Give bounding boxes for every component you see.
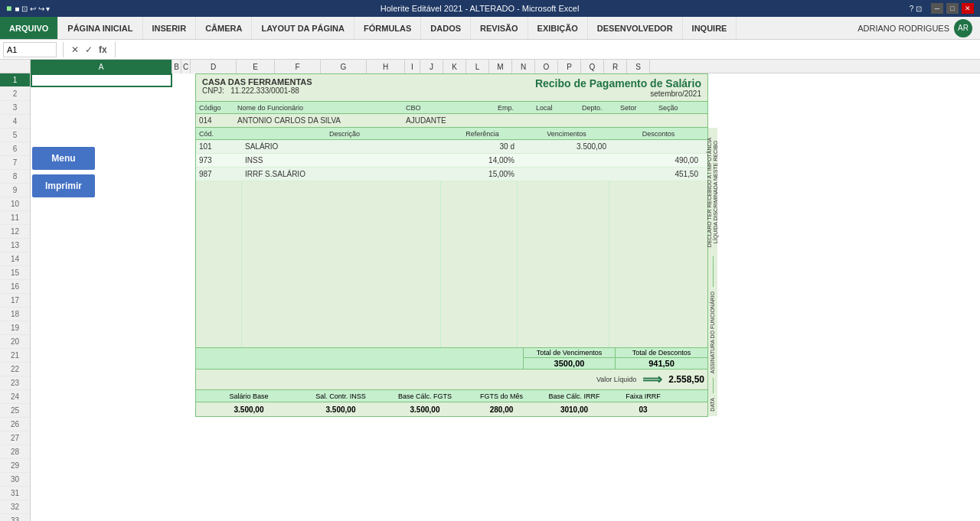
row-19[interactable]: 19 <box>0 321 30 335</box>
minimize-button[interactable]: ─ <box>931 3 943 14</box>
col-header-e[interactable]: E <box>237 60 275 73</box>
row-24[interactable]: 24 <box>0 390 30 404</box>
total-desc-label: Total de Descontos <box>616 348 707 358</box>
row-9[interactable]: 9 <box>0 184 30 197</box>
print-button[interactable]: Imprimir <box>32 174 95 197</box>
col-header-a[interactable]: A <box>31 60 172 73</box>
maximize-button[interactable]: □ <box>946 3 959 14</box>
row-4[interactable]: 4 <box>0 115 30 129</box>
row-15[interactable]: 15 <box>0 266 30 280</box>
col-header-k[interactable]: K <box>443 60 466 73</box>
col-header-s[interactable]: S <box>627 60 650 73</box>
employee-code: 014 <box>199 116 237 125</box>
col-header-r[interactable]: R <box>604 60 627 73</box>
col-header-b[interactable]: B <box>172 60 181 73</box>
cancel-formula-icon[interactable]: ✕ <box>70 44 80 55</box>
row-16[interactable]: 16 <box>0 280 30 294</box>
confirm-formula-icon[interactable]: ✓ <box>83 44 94 55</box>
company-cnpj: CNPJ: 11.222.333/0001-88 <box>202 86 312 95</box>
row-1[interactable]: 1 <box>0 73 30 87</box>
menu-button[interactable]: Menu <box>32 147 95 170</box>
tab-formulas[interactable]: FÓRMULAS <box>354 17 421 39</box>
item-venc-1: 3.500,00 <box>521 142 612 151</box>
row-18[interactable]: 18 <box>0 308 30 321</box>
tab-arquivo[interactable]: ARQUIVO <box>0 17 58 39</box>
tab-exibicao[interactable]: EXIBIÇÃO <box>528 17 588 39</box>
row-13[interactable]: 13 <box>0 239 30 252</box>
cell-reference[interactable] <box>3 42 57 57</box>
empty-area <box>196 181 707 348</box>
row-23[interactable]: 23 <box>0 376 30 390</box>
row-11[interactable]: 11 <box>0 211 30 225</box>
row-14[interactable]: 14 <box>0 252 30 266</box>
th-desc-col: Descontos <box>612 130 704 138</box>
row-25[interactable]: 25 <box>0 404 30 418</box>
col-header-f[interactable]: F <box>275 60 321 73</box>
col-depto-label: Depto. <box>582 104 620 112</box>
tab-revisao[interactable]: REVISÃO <box>471 17 528 39</box>
insert-function-icon[interactable]: fx <box>97 44 109 55</box>
col-header-g[interactable]: G <box>321 60 367 73</box>
row-28[interactable]: 28 <box>0 445 30 459</box>
employee-data: 014 ANTONIO CARLOS DA SILVA AJUDANTE <box>196 114 707 128</box>
row-12[interactable]: 12 <box>0 225 30 239</box>
footer-h6: Faixa IRRF <box>612 392 674 400</box>
th-ref: Referência <box>444 130 521 138</box>
row-33[interactable]: 33 <box>0 514 30 521</box>
total-venc-value: 3500,00 <box>524 358 616 369</box>
footer-h3: Base Cálc. FGTS <box>383 392 467 400</box>
col-header-d[interactable]: D <box>191 60 237 73</box>
table-row: 973 INSS 14,00% 490,00 <box>196 154 707 168</box>
footer-v1: 3.500,00 <box>199 405 299 414</box>
formula-input[interactable] <box>122 45 977 54</box>
footer-h5: Base Cálc. IRRF <box>536 392 612 400</box>
col-header-m[interactable]: M <box>489 60 512 73</box>
col-header-l[interactable]: L <box>466 60 489 73</box>
col-nome-label: Nome do Funcionário <box>237 104 406 112</box>
row-2[interactable]: 2 <box>0 87 30 101</box>
col-header-q[interactable]: Q <box>581 60 604 73</box>
tab-inquire[interactable]: INQUIRE <box>683 17 737 39</box>
row-6[interactable]: 6 <box>0 142 30 156</box>
tab-camera[interactable]: CÂMERA <box>196 17 252 39</box>
row-8[interactable]: 8 <box>0 170 30 184</box>
tab-desenvolvedor[interactable]: DESENVOLVEDOR <box>588 17 683 39</box>
row-27[interactable]: 27 <box>0 431 30 445</box>
row-26[interactable]: 26 <box>0 418 30 431</box>
row-31[interactable]: 31 <box>0 487 30 500</box>
avatar: AR <box>954 19 972 37</box>
tab-pagina-inicial[interactable]: PÁGINA INICIAL <box>58 17 142 39</box>
row-20[interactable]: 20 <box>0 335 30 349</box>
row-21[interactable]: 21 <box>0 349 30 363</box>
col-header-j[interactable]: J <box>420 60 443 73</box>
row-32[interactable]: 32 <box>0 500 30 514</box>
row-7[interactable]: 7 <box>0 156 30 170</box>
tab-layout[interactable]: LAYOUT DA PÁGINA <box>252 17 354 39</box>
col-header-h[interactable]: H <box>367 60 405 73</box>
col-header-n[interactable]: N <box>512 60 535 73</box>
company-info: CASA DAS FERRAMENTAS CNPJ: 11.222.333/00… <box>202 77 312 95</box>
col-header-i[interactable]: I <box>405 60 420 73</box>
col-local-label: Local <box>536 104 582 112</box>
tab-dados[interactable]: DADOS <box>421 17 471 39</box>
row-17[interactable]: 17 <box>0 294 30 308</box>
net-value: 2.558,50 <box>668 374 704 385</box>
row-30[interactable]: 30 <box>0 473 30 487</box>
footer-v3: 3.500,00 <box>383 405 467 414</box>
row-3[interactable]: 3 <box>0 101 30 115</box>
close-button[interactable]: ✕ <box>962 3 974 14</box>
col-emp-label: Emp. <box>498 104 536 112</box>
row-29[interactable]: 29 <box>0 459 30 473</box>
col-header-p[interactable]: P <box>558 60 581 73</box>
window-title: Holerite Editável 2021 - ALTERADO - Micr… <box>50 4 909 13</box>
net-row: Valor Líquido ⟹ 2.558,50 <box>196 370 707 390</box>
pay-title: Recibo de Pagamento de Salário <box>535 77 701 90</box>
col-header-o[interactable]: O <box>535 60 558 73</box>
row-10[interactable]: 10 <box>0 197 30 211</box>
footer-v2: 3.500,00 <box>299 405 383 414</box>
item-desc-val-2: 490,00 <box>612 156 704 164</box>
row-22[interactable]: 22 <box>0 363 30 376</box>
col-header-c[interactable]: C <box>181 60 191 73</box>
row-5[interactable]: 5 <box>0 129 30 142</box>
tab-inserir[interactable]: INSERIR <box>143 17 197 39</box>
